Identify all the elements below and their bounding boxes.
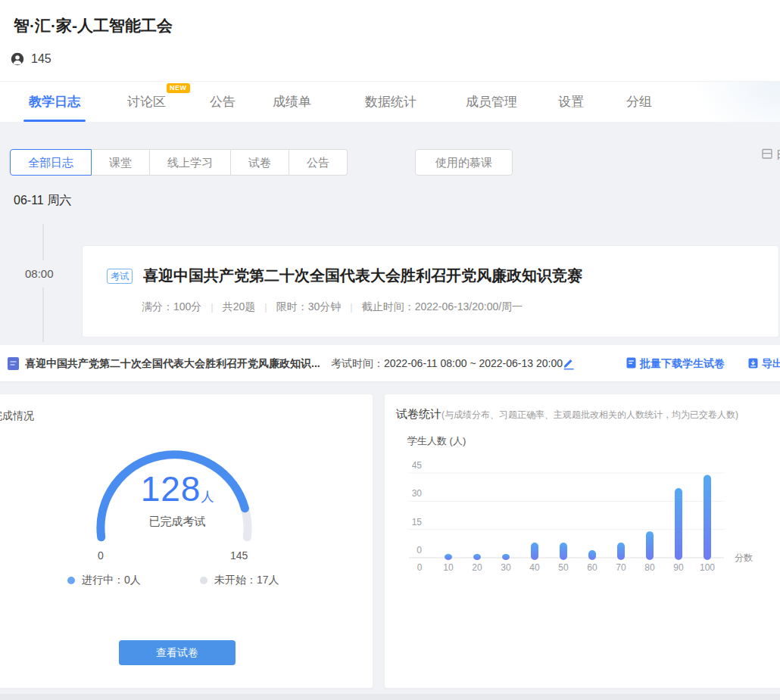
completed-count: 128 (141, 469, 201, 509)
filter-online-learning[interactable]: 线上学习 (150, 149, 231, 176)
member-count: 145 (31, 52, 51, 66)
filter-classroom[interactable]: 课堂 (92, 149, 150, 176)
tab-statistics[interactable]: 数据统计 (365, 82, 417, 122)
gauge-min-label: 0 (98, 549, 104, 562)
completion-panel: 完成情况 128人 已完成考试 0 145 进行中：0人 未开始：17人 查看试… (0, 394, 373, 689)
tab-grades[interactable]: 成绩单 (273, 82, 311, 122)
filter-all-logs[interactable]: 全部日志 (10, 149, 92, 176)
exam-type-badge: 考试 (107, 269, 133, 284)
tab-teaching-log[interactable]: 教学日志 (29, 82, 80, 122)
members-icon (11, 52, 24, 66)
stats-panel-subtitle: (与成绩分布、习题正确率、主观题批改相关的人数统计，均为已交卷人数) (441, 409, 738, 420)
svg-text:20: 20 (472, 562, 482, 573)
bottom-scrollbar-track (0, 694, 780, 700)
completed-label: 已完成考试 (101, 515, 253, 529)
batch-download-link[interactable]: 批量下载学生试卷 (626, 357, 725, 371)
timeline-line (42, 288, 44, 342)
new-badge: NEW (167, 83, 190, 93)
svg-text:30: 30 (412, 488, 423, 499)
completed-unit: 人 (201, 490, 214, 504)
svg-text:30: 30 (501, 562, 511, 573)
svg-text:90: 90 (673, 562, 684, 573)
legend-not-started: 未开始：17人 (200, 574, 279, 587)
page-title: 智·汇·家-人工智能工会 (14, 15, 173, 36)
svg-text:分数: 分数 (735, 552, 753, 563)
svg-text:10: 10 (443, 562, 454, 573)
svg-text:80: 80 (644, 562, 655, 573)
corner-decoration (659, 82, 780, 122)
exam-event-meta: 满分：100分|共20题|限时：30分钟|截止时间：2022-06-13/20:… (142, 300, 523, 314)
gauge-max-label: 145 (230, 549, 248, 562)
svg-text:45: 45 (412, 460, 423, 471)
exam-bar-title: 喜迎中国共产党第二十次全国代表大会胜利召开党风廉政知识... (25, 357, 320, 371)
exam-event-title: 喜迎中国共产党第二十次全国代表大会胜利召开党风廉政知识竞赛 (143, 266, 582, 286)
paper-stats-panel: 试卷统计(与成绩分布、习题正确率、主观题批改相关的人数统计，均为已交卷人数) 学… (384, 394, 780, 689)
view-papers-button[interactable]: 查看试卷 (119, 640, 236, 665)
svg-text:40: 40 (529, 562, 540, 573)
tab-discussion[interactable]: 讨论区NEW (127, 82, 166, 122)
calendar-icon (761, 148, 773, 162)
page: 智·汇·家-人工智能工会 145 教学日志 讨论区NEW 公告 成绩单 数据统计… (0, 0, 780, 700)
tab-groups[interactable]: 分组 (626, 82, 652, 122)
used-mooc-button[interactable]: 使用的慕课 (415, 149, 513, 176)
exam-event-card[interactable]: 考试 喜迎中国共产党第二十次全国代表大会胜利召开党风廉政知识竞赛 满分：100分… (82, 245, 779, 338)
svg-text:50: 50 (558, 562, 569, 573)
svg-text:100: 100 (700, 562, 715, 573)
timeline-line (42, 224, 44, 260)
not-started-dot (200, 577, 207, 584)
svg-text:0: 0 (417, 562, 423, 573)
tab-announcement[interactable]: 公告 (210, 82, 236, 122)
event-time-label: 08:00 (25, 267, 54, 280)
in-progress-dot (67, 577, 75, 584)
tab-settings[interactable]: 设置 (558, 82, 584, 122)
tab-bar: 教学日志 讨论区NEW 公告 成绩单 数据统计 成员管理 设置 分组 (0, 81, 780, 122)
svg-text:60: 60 (587, 562, 597, 573)
svg-text:15: 15 (412, 517, 423, 527)
calendar-button[interactable]: 日历 (761, 148, 780, 162)
stats-panel-title: 试卷统计(与成绩分布、习题正确率、主观题批改相关的人数统计，均为已交卷人数) (396, 407, 738, 422)
svg-text:0: 0 (417, 545, 422, 555)
log-filter-group: 全部日志 课堂 线上学习 试卷 公告 (11, 149, 348, 176)
date-label: 06-11 周六 (14, 193, 71, 209)
edit-time-icon[interactable] (562, 356, 575, 373)
score-distribution-chart: 01530450102030405060708090100分数 (392, 442, 767, 581)
tab-members[interactable]: 成员管理 (466, 82, 517, 122)
exam-info-bar: 喜迎中国共产党第二十次全国代表大会胜利召开党风廉政知识... 考试时间：2022… (0, 344, 780, 382)
filter-exam[interactable]: 试卷 (231, 149, 289, 176)
export-link[interactable]: 导出 (748, 357, 780, 371)
download-doc-icon (626, 357, 636, 371)
exam-doc-icon (7, 356, 20, 374)
svg-text:70: 70 (616, 562, 626, 573)
export-icon (748, 358, 758, 371)
gauge-center-text: 128人 已完成考试 (101, 468, 253, 529)
legend-in-progress: 进行中：0人 (67, 574, 141, 587)
exam-time: 考试时间：2022-06-11 08:00 ~ 2022-06-13 20:00 (331, 357, 563, 371)
member-count-row: 145 (11, 52, 51, 66)
filter-announcement[interactable]: 公告 (289, 149, 348, 176)
completion-panel-title: 完成情况 (0, 409, 34, 423)
